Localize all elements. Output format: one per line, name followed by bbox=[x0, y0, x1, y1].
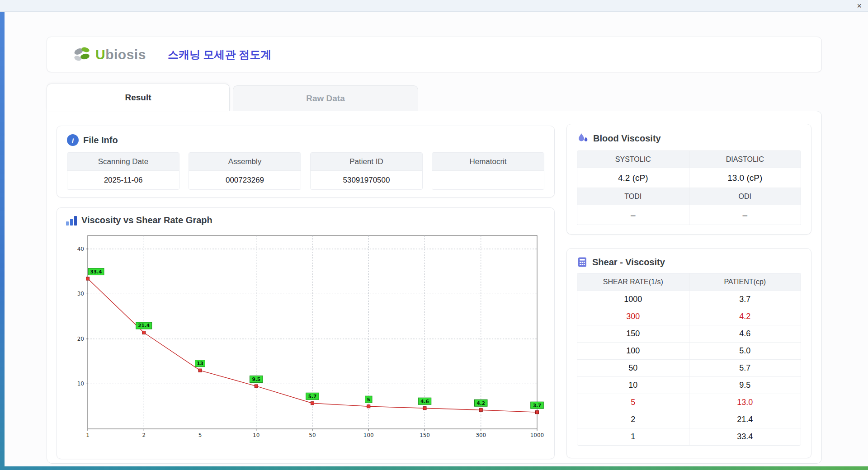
leaf-logo-icon bbox=[72, 46, 93, 64]
systolic-label: SYSTOLIC bbox=[577, 151, 689, 168]
table-row: 1000 3.7 bbox=[577, 291, 801, 308]
viscosity-chart: 102030401251050100150300100033.421.4139.… bbox=[66, 230, 545, 444]
graph-title: Viscosity vs Shear Rate Graph bbox=[81, 215, 212, 226]
field-value bbox=[432, 171, 544, 189]
shear-rate-cell: 10 bbox=[577, 377, 689, 394]
patient-cell: 13.0 bbox=[689, 394, 801, 411]
bar-chart-icon bbox=[66, 216, 77, 226]
svg-text:5.7: 5.7 bbox=[308, 394, 317, 399]
shear-rate-cell: 100 bbox=[577, 343, 689, 359]
svg-text:1: 1 bbox=[86, 432, 90, 438]
svg-text:4.6: 4.6 bbox=[420, 399, 429, 404]
tab-bar: Result Raw Data bbox=[47, 83, 822, 111]
table-row: 10 9.5 bbox=[577, 376, 801, 394]
tab-result[interactable]: Result bbox=[47, 84, 230, 111]
patient-cell: 5.0 bbox=[689, 343, 801, 359]
svg-text:40: 40 bbox=[77, 246, 84, 252]
calculator-icon bbox=[577, 257, 588, 268]
shear-rate-cell: 5 bbox=[577, 394, 689, 411]
app-header: Ubiosis 스캐닝 모세관 점도계 bbox=[47, 37, 822, 72]
shear-viscosity-table: SHEAR RATE(1/s) PATIENT(cp) 1000 3.7 300… bbox=[577, 273, 801, 446]
result-panel: i File Info Scanning Date 2025-11-06 Ass… bbox=[47, 111, 822, 464]
shear-rate-cell: 1000 bbox=[577, 291, 689, 308]
patient-cell: 21.4 bbox=[689, 411, 801, 428]
patient-cell: 5.7 bbox=[689, 360, 801, 376]
svg-text:30: 30 bbox=[77, 291, 84, 297]
field-value: 2025-11-06 bbox=[67, 171, 179, 189]
svg-text:150: 150 bbox=[420, 432, 430, 438]
shear-rate-cell: 2 bbox=[577, 411, 689, 428]
blood-viscosity-title: Blood Viscosity bbox=[593, 133, 661, 144]
field-patient-id: Patient ID 53091970500 bbox=[310, 152, 423, 190]
field-label: Scanning Date bbox=[67, 153, 179, 171]
shear-viscosity-card: Shear - Viscosity SHEAR RATE(1/s) PATIEN… bbox=[566, 248, 811, 458]
table-row: 150 4.6 bbox=[577, 325, 801, 342]
patient-cell: 4.6 bbox=[689, 325, 801, 342]
app-window: Ubiosis 스캐닝 모세관 점도계 Result Raw Data i Fi… bbox=[5, 12, 868, 466]
file-info-title: File Info bbox=[83, 135, 118, 146]
patient-cell: 4.2 bbox=[689, 308, 801, 325]
column-header-patient: PATIENT(cp) bbox=[689, 273, 801, 291]
table-row: 50 5.7 bbox=[577, 359, 801, 376]
shear-rate-cell: 300 bbox=[577, 308, 689, 325]
todi-label: TODI bbox=[577, 188, 689, 205]
field-label: Patient ID bbox=[311, 153, 422, 171]
field-value: 000723269 bbox=[189, 171, 301, 189]
shear-rate-cell: 1 bbox=[577, 428, 689, 445]
odi-value: – bbox=[689, 205, 801, 225]
shear-viscosity-title: Shear - Viscosity bbox=[592, 257, 665, 268]
field-scanning-date: Scanning Date 2025-11-06 bbox=[67, 152, 179, 190]
svg-text:9.5: 9.5 bbox=[252, 376, 260, 382]
svg-text:5: 5 bbox=[367, 397, 370, 402]
tab-raw-data[interactable]: Raw Data bbox=[233, 85, 418, 111]
field-hematocrit: Hematocrit bbox=[432, 152, 544, 190]
svg-text:13: 13 bbox=[197, 361, 203, 366]
info-icon: i bbox=[67, 134, 79, 146]
svg-text:2: 2 bbox=[142, 432, 146, 438]
table-row: 100 5.0 bbox=[577, 342, 801, 359]
column-header-shear-rate: SHEAR RATE(1/s) bbox=[577, 273, 689, 291]
table-row: 300 4.2 bbox=[577, 308, 801, 325]
graph-card: Viscosity vs Shear Rate Graph 1020304012… bbox=[57, 207, 555, 459]
file-info-card: i File Info Scanning Date 2025-11-06 Ass… bbox=[57, 126, 555, 197]
todi-value: – bbox=[577, 205, 689, 225]
table-row: 2 21.4 bbox=[577, 411, 801, 428]
svg-text:4.2: 4.2 bbox=[476, 400, 485, 406]
svg-text:20: 20 bbox=[77, 336, 84, 342]
odi-label: ODI bbox=[689, 188, 801, 205]
patient-cell: 3.7 bbox=[689, 291, 801, 308]
table-row: 5 13.0 bbox=[577, 394, 801, 411]
blood-viscosity-table: SYSTOLIC DIASTOLIC 4.2 (cP) 13.0 (cP) TO… bbox=[577, 150, 801, 225]
svg-text:3.7: 3.7 bbox=[533, 403, 542, 408]
water-drop-icon bbox=[577, 132, 589, 144]
close-icon[interactable]: × bbox=[857, 2, 862, 10]
field-value: 53091970500 bbox=[311, 171, 422, 189]
diastolic-label: DIASTOLIC bbox=[689, 151, 801, 168]
svg-text:21.4: 21.4 bbox=[138, 323, 150, 328]
svg-text:1000: 1000 bbox=[530, 432, 544, 438]
blood-viscosity-card: Blood Viscosity SYSTOLIC DIASTOLIC 4.2 (… bbox=[566, 124, 811, 235]
svg-text:10: 10 bbox=[77, 381, 84, 387]
page-title: 스캐닝 모세관 점도계 bbox=[168, 47, 271, 62]
patient-cell: 9.5 bbox=[689, 377, 801, 394]
table-row: 1 33.4 bbox=[577, 428, 801, 445]
svg-text:50: 50 bbox=[309, 432, 316, 438]
field-label: Assembly bbox=[189, 153, 301, 171]
svg-text:300: 300 bbox=[476, 432, 486, 438]
os-titlebar: × bbox=[0, 0, 868, 12]
svg-text:10: 10 bbox=[253, 432, 259, 438]
patient-cell: 33.4 bbox=[689, 428, 801, 445]
brand-name: Ubiosis bbox=[95, 47, 146, 62]
brand-logo: Ubiosis bbox=[72, 46, 146, 64]
field-label: Hematocrit bbox=[432, 153, 544, 171]
field-assembly: Assembly 000723269 bbox=[189, 152, 301, 190]
svg-text:33.4: 33.4 bbox=[90, 269, 102, 274]
svg-text:100: 100 bbox=[363, 432, 374, 438]
svg-text:5: 5 bbox=[198, 432, 202, 438]
diastolic-value: 13.0 (cP) bbox=[689, 168, 801, 188]
shear-rate-cell: 150 bbox=[577, 325, 689, 342]
systolic-value: 4.2 (cP) bbox=[577, 168, 689, 188]
shear-rate-cell: 50 bbox=[577, 360, 689, 376]
